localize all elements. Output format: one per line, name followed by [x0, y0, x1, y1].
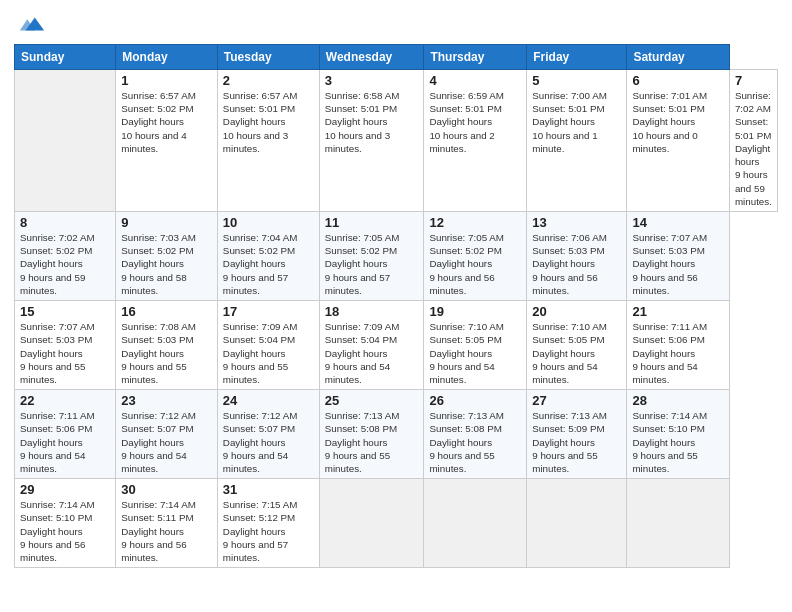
- calendar-week-row: 15 Sunrise: 7:07 AMSunset: 5:03 PMDaylig…: [15, 301, 778, 390]
- logo-icon: [18, 10, 46, 38]
- calendar-day-cell: 16 Sunrise: 7:08 AMSunset: 5:03 PMDaylig…: [116, 301, 218, 390]
- day-number: 24: [223, 393, 314, 408]
- calendar-empty-cell: [15, 70, 116, 212]
- day-number: 20: [532, 304, 621, 319]
- calendar-day-cell: [319, 479, 424, 568]
- calendar-day-cell: 14 Sunrise: 7:07 AMSunset: 5:03 PMDaylig…: [627, 211, 729, 300]
- calendar-day-cell: 22 Sunrise: 7:11 AMSunset: 5:06 PMDaylig…: [15, 390, 116, 479]
- day-number: 12: [429, 215, 521, 230]
- day-info: Sunrise: 7:02 AMSunset: 5:02 PMDaylight …: [20, 232, 95, 296]
- calendar-day-header: Wednesday: [319, 45, 424, 70]
- calendar-day-header: Tuesday: [217, 45, 319, 70]
- day-info: Sunrise: 7:11 AMSunset: 5:06 PMDaylight …: [20, 410, 95, 474]
- calendar-day-header: Monday: [116, 45, 218, 70]
- calendar-day-cell: 8 Sunrise: 7:02 AMSunset: 5:02 PMDayligh…: [15, 211, 116, 300]
- calendar-day-cell: 15 Sunrise: 7:07 AMSunset: 5:03 PMDaylig…: [15, 301, 116, 390]
- day-info: Sunrise: 7:05 AMSunset: 5:02 PMDaylight …: [429, 232, 504, 296]
- calendar-week-row: 8 Sunrise: 7:02 AMSunset: 5:02 PMDayligh…: [15, 211, 778, 300]
- day-info: Sunrise: 7:10 AMSunset: 5:05 PMDaylight …: [532, 321, 607, 385]
- calendar-day-cell: 7 Sunrise: 7:02 AMSunset: 5:01 PMDayligh…: [729, 70, 777, 212]
- logo: [14, 10, 46, 38]
- day-info: Sunrise: 6:57 AMSunset: 5:01 PMDaylight …: [223, 90, 298, 154]
- day-number: 26: [429, 393, 521, 408]
- day-number: 15: [20, 304, 110, 319]
- day-number: 8: [20, 215, 110, 230]
- calendar-day-cell: 21 Sunrise: 7:11 AMSunset: 5:06 PMDaylig…: [627, 301, 729, 390]
- day-number: 4: [429, 73, 521, 88]
- day-number: 6: [632, 73, 723, 88]
- day-info: Sunrise: 6:58 AMSunset: 5:01 PMDaylight …: [325, 90, 400, 154]
- day-info: Sunrise: 6:59 AMSunset: 5:01 PMDaylight …: [429, 90, 504, 154]
- calendar-day-cell: 11 Sunrise: 7:05 AMSunset: 5:02 PMDaylig…: [319, 211, 424, 300]
- day-number: 2: [223, 73, 314, 88]
- day-number: 10: [223, 215, 314, 230]
- day-number: 31: [223, 482, 314, 497]
- calendar-week-row: 22 Sunrise: 7:11 AMSunset: 5:06 PMDaylig…: [15, 390, 778, 479]
- day-info: Sunrise: 7:11 AMSunset: 5:06 PMDaylight …: [632, 321, 707, 385]
- day-info: Sunrise: 7:03 AMSunset: 5:02 PMDaylight …: [121, 232, 196, 296]
- day-info: Sunrise: 7:01 AMSunset: 5:01 PMDaylight …: [632, 90, 707, 154]
- day-info: Sunrise: 7:09 AMSunset: 5:04 PMDaylight …: [223, 321, 298, 385]
- calendar-day-cell: 10 Sunrise: 7:04 AMSunset: 5:02 PMDaylig…: [217, 211, 319, 300]
- calendar-day-cell: 2 Sunrise: 6:57 AMSunset: 5:01 PMDayligh…: [217, 70, 319, 212]
- day-info: Sunrise: 7:10 AMSunset: 5:05 PMDaylight …: [429, 321, 504, 385]
- calendar-day-cell: 29 Sunrise: 7:14 AMSunset: 5:10 PMDaylig…: [15, 479, 116, 568]
- calendar-day-cell: 19 Sunrise: 7:10 AMSunset: 5:05 PMDaylig…: [424, 301, 527, 390]
- calendar-day-cell: 28 Sunrise: 7:14 AMSunset: 5:10 PMDaylig…: [627, 390, 729, 479]
- day-number: 14: [632, 215, 723, 230]
- calendar-day-cell: 5 Sunrise: 7:00 AMSunset: 5:01 PMDayligh…: [527, 70, 627, 212]
- calendar-day-cell: 9 Sunrise: 7:03 AMSunset: 5:02 PMDayligh…: [116, 211, 218, 300]
- day-number: 16: [121, 304, 212, 319]
- calendar-day-cell: 3 Sunrise: 6:58 AMSunset: 5:01 PMDayligh…: [319, 70, 424, 212]
- calendar-week-row: 29 Sunrise: 7:14 AMSunset: 5:10 PMDaylig…: [15, 479, 778, 568]
- day-number: 29: [20, 482, 110, 497]
- day-info: Sunrise: 7:02 AMSunset: 5:01 PMDaylight …: [735, 90, 772, 207]
- day-info: Sunrise: 7:14 AMSunset: 5:10 PMDaylight …: [20, 499, 95, 563]
- calendar-day-cell: 30 Sunrise: 7:14 AMSunset: 5:11 PMDaylig…: [116, 479, 218, 568]
- day-info: Sunrise: 7:12 AMSunset: 5:07 PMDaylight …: [223, 410, 298, 474]
- day-number: 13: [532, 215, 621, 230]
- day-number: 30: [121, 482, 212, 497]
- day-number: 7: [735, 73, 772, 88]
- calendar-day-cell: 25 Sunrise: 7:13 AMSunset: 5:08 PMDaylig…: [319, 390, 424, 479]
- day-number: 21: [632, 304, 723, 319]
- page: SundayMondayTuesdayWednesdayThursdayFrid…: [0, 0, 792, 612]
- day-info: Sunrise: 7:06 AMSunset: 5:03 PMDaylight …: [532, 232, 607, 296]
- day-number: 11: [325, 215, 419, 230]
- day-info: Sunrise: 7:14 AMSunset: 5:10 PMDaylight …: [632, 410, 707, 474]
- day-number: 23: [121, 393, 212, 408]
- day-info: Sunrise: 7:12 AMSunset: 5:07 PMDaylight …: [121, 410, 196, 474]
- calendar-day-cell: 17 Sunrise: 7:09 AMSunset: 5:04 PMDaylig…: [217, 301, 319, 390]
- day-number: 3: [325, 73, 419, 88]
- calendar-day-cell: [424, 479, 527, 568]
- day-info: Sunrise: 6:57 AMSunset: 5:02 PMDaylight …: [121, 90, 196, 154]
- calendar-day-cell: 6 Sunrise: 7:01 AMSunset: 5:01 PMDayligh…: [627, 70, 729, 212]
- calendar-day-cell: 18 Sunrise: 7:09 AMSunset: 5:04 PMDaylig…: [319, 301, 424, 390]
- calendar-day-header: Friday: [527, 45, 627, 70]
- calendar-day-cell: [627, 479, 729, 568]
- calendar-day-cell: 26 Sunrise: 7:13 AMSunset: 5:08 PMDaylig…: [424, 390, 527, 479]
- calendar-day-header: Thursday: [424, 45, 527, 70]
- day-number: 9: [121, 215, 212, 230]
- day-number: 17: [223, 304, 314, 319]
- day-number: 28: [632, 393, 723, 408]
- day-number: 27: [532, 393, 621, 408]
- calendar-day-cell: 20 Sunrise: 7:10 AMSunset: 5:05 PMDaylig…: [527, 301, 627, 390]
- day-number: 19: [429, 304, 521, 319]
- calendar-day-cell: 13 Sunrise: 7:06 AMSunset: 5:03 PMDaylig…: [527, 211, 627, 300]
- day-info: Sunrise: 7:08 AMSunset: 5:03 PMDaylight …: [121, 321, 196, 385]
- calendar-day-cell: [527, 479, 627, 568]
- calendar-day-cell: 31 Sunrise: 7:15 AMSunset: 5:12 PMDaylig…: [217, 479, 319, 568]
- day-number: 1: [121, 73, 212, 88]
- calendar-day-cell: 4 Sunrise: 6:59 AMSunset: 5:01 PMDayligh…: [424, 70, 527, 212]
- day-number: 25: [325, 393, 419, 408]
- calendar-table: SundayMondayTuesdayWednesdayThursdayFrid…: [14, 44, 778, 568]
- calendar-day-cell: 23 Sunrise: 7:12 AMSunset: 5:07 PMDaylig…: [116, 390, 218, 479]
- calendar-header-row: SundayMondayTuesdayWednesdayThursdayFrid…: [15, 45, 778, 70]
- calendar-body: 1 Sunrise: 6:57 AMSunset: 5:02 PMDayligh…: [15, 70, 778, 568]
- day-info: Sunrise: 7:09 AMSunset: 5:04 PMDaylight …: [325, 321, 400, 385]
- day-info: Sunrise: 7:14 AMSunset: 5:11 PMDaylight …: [121, 499, 196, 563]
- calendar-day-cell: 27 Sunrise: 7:13 AMSunset: 5:09 PMDaylig…: [527, 390, 627, 479]
- calendar-day-cell: 24 Sunrise: 7:12 AMSunset: 5:07 PMDaylig…: [217, 390, 319, 479]
- day-info: Sunrise: 7:07 AMSunset: 5:03 PMDaylight …: [632, 232, 707, 296]
